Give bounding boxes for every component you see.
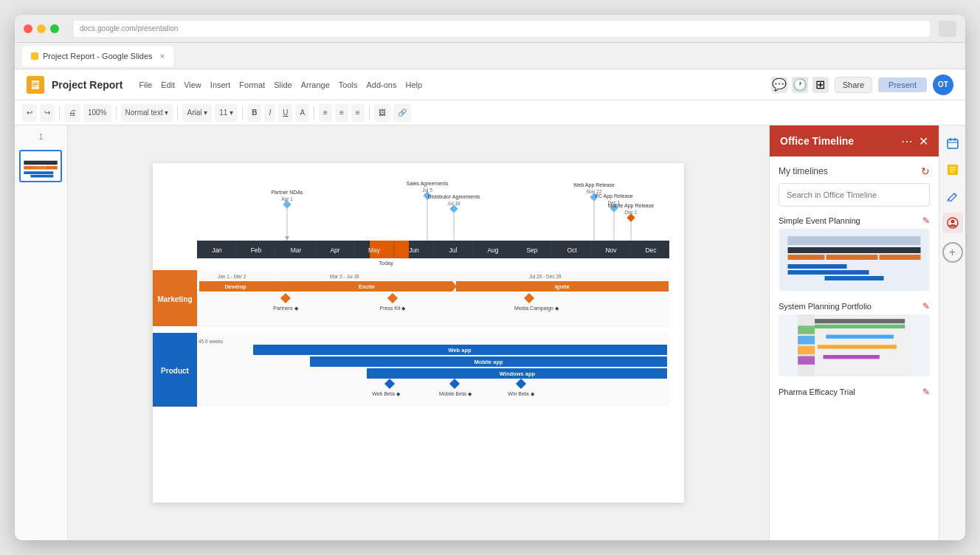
panel-title: Office Timeline <box>780 135 895 147</box>
maximize-button[interactable] <box>50 24 59 33</box>
svg-rect-115 <box>798 346 815 354</box>
toolbar-underline[interactable]: U <box>278 104 292 122</box>
menu-slide[interactable]: Slide <box>274 80 291 89</box>
menu-help[interactable]: Help <box>405 80 422 89</box>
comments-icon[interactable]: 💬 <box>771 77 787 93</box>
toolbar-font-size[interactable]: 11 ▾ <box>215 104 238 122</box>
calendar-icon[interactable] <box>942 133 963 154</box>
canvas-area: Partner NDAs Apr 1 Sales Agreements Jul … <box>68 125 769 540</box>
timeline-preview-1[interactable] <box>779 229 930 291</box>
timeline-preview-2[interactable] <box>779 314 930 376</box>
panel-menu-icon[interactable]: ⋯ <box>901 134 913 148</box>
share-button[interactable]: Share <box>835 77 872 93</box>
toolbar-redo[interactable]: ↪ <box>40 104 55 122</box>
svg-text:Jul: Jul <box>449 247 458 254</box>
user-circle-icon[interactable] <box>942 213 963 233</box>
right-panel: Office Timeline ⋯ ✕ My timelines ↻ Simpl… <box>769 125 939 540</box>
grid-icon[interactable]: ⊞ <box>812 77 829 93</box>
doc-title: Project Report <box>52 79 122 91</box>
toolbar-align-left[interactable]: ≡ <box>319 104 332 122</box>
toolbar-insert-image[interactable]: 🖼 <box>374 104 390 122</box>
svg-rect-105 <box>827 255 878 260</box>
slide-number: 1 <box>19 133 63 141</box>
present-button[interactable]: Present <box>878 77 927 92</box>
browser-tab[interactable]: Project Report - Google Slides × <box>22 46 173 66</box>
user-avatar[interactable]: OT <box>933 75 953 95</box>
slide-canvas: Partner NDAs Apr 1 Sales Agreements Jul … <box>153 163 684 503</box>
menu-view[interactable]: View <box>184 80 201 89</box>
toolbar-insert-link[interactable]: 🔗 <box>393 104 411 122</box>
panel-refresh-icon[interactable]: ↻ <box>921 165 930 177</box>
timeline-name-2: System Planning Portfolio <box>779 302 872 311</box>
timeline-svg: Partner NDAs Apr 1 Sales Agreements Jul … <box>153 163 684 503</box>
svg-text:Distributor Agreements: Distributor Agreements <box>427 194 480 200</box>
tab-favicon <box>31 52 38 60</box>
search-input[interactable] <box>779 183 930 207</box>
toolbar-font[interactable]: Arial ▾ <box>182 104 212 122</box>
svg-rect-120 <box>824 355 880 359</box>
svg-text:Today: Today <box>379 260 393 266</box>
svg-text:Sales Agreements: Sales Agreements <box>407 181 449 187</box>
toolbar-italic[interactable]: I <box>264 104 275 122</box>
close-button[interactable] <box>24 24 32 33</box>
svg-rect-104 <box>788 255 825 260</box>
timeline-edit-icon-3[interactable]: ✎ <box>922 387 930 397</box>
svg-text:Web app: Web app <box>448 347 472 354</box>
reload-button[interactable] <box>939 21 956 37</box>
toolbar-divider-1 <box>59 106 60 120</box>
toolbar-print[interactable]: 🖨 <box>64 104 80 122</box>
app-window: docs.google.com/presentation Project Rep… <box>15 15 965 540</box>
panel-header: Office Timeline ⋯ ✕ <box>770 125 939 156</box>
slide-thumb-preview <box>21 151 61 181</box>
toolbar-divider-6 <box>369 106 370 120</box>
sticky-note-icon[interactable] <box>942 159 963 180</box>
right-sidebar: + <box>939 125 965 540</box>
svg-text:Aug: Aug <box>487 247 498 254</box>
panel-close-icon[interactable]: ✕ <box>919 134 928 148</box>
toolbar-bold[interactable]: B <box>247 104 261 122</box>
toolbar-divider-4 <box>242 106 243 120</box>
minimize-button[interactable] <box>37 24 46 33</box>
menu-addons[interactable]: Add-ons <box>366 80 396 89</box>
timeline-card-1: Simple Event Planning ✎ <box>779 216 930 291</box>
toolbar-undo[interactable]: ↩ <box>22 104 37 122</box>
svg-text:Mar: Mar <box>291 247 302 254</box>
history-icon[interactable]: 🕐 <box>792 77 808 93</box>
svg-text:Dec: Dec <box>645 247 657 254</box>
svg-text:Mobile app: Mobile app <box>474 359 503 365</box>
header-icons: 💬 🕐 ⊞ <box>771 77 829 93</box>
menu-insert[interactable]: Insert <box>210 80 231 89</box>
menu-format[interactable]: Format <box>239 80 265 89</box>
address-bar[interactable]: docs.google.com/presentation <box>74 21 930 37</box>
svg-rect-10 <box>30 175 53 178</box>
menu-edit[interactable]: Edit <box>161 80 175 89</box>
svg-line-130 <box>954 193 956 196</box>
pencil-alt-icon[interactable] <box>942 186 963 207</box>
toolbar-text-style[interactable]: Normal text ▾ <box>121 104 173 122</box>
toolbar-align-right[interactable]: ≡ <box>351 104 365 122</box>
panel-section-title: My timelines ↻ <box>779 165 930 177</box>
timeline-edit-icon-1[interactable]: ✎ <box>922 216 930 226</box>
tab-label: Project Report - Google Slides <box>43 52 153 61</box>
add-addon-icon[interactable]: + <box>942 242 963 263</box>
menu-file[interactable]: File <box>139 80 152 89</box>
svg-rect-122 <box>948 139 958 148</box>
toolbar-color[interactable]: A <box>295 104 309 122</box>
svg-text:May: May <box>368 247 381 254</box>
toolbar-zoom[interactable]: 100% <box>83 104 111 122</box>
tab-close-icon[interactable]: × <box>160 52 165 61</box>
timeline-card-3: Pharma Efficacy Trial ✎ <box>779 387 930 397</box>
menu-tools[interactable]: Tools <box>339 80 358 89</box>
svg-rect-7 <box>33 166 45 170</box>
toolbar-align-center[interactable]: ≡ <box>335 104 348 122</box>
svg-rect-9 <box>24 171 53 174</box>
menu-arrange[interactable]: Arrange <box>301 80 330 89</box>
svg-rect-108 <box>788 270 869 275</box>
toolbar: ↩ ↪ 🖨 100% Normal text ▾ Arial ▾ 11 ▾ B … <box>15 100 965 125</box>
browser-toolbar: Project Report - Google Slides × <box>15 43 965 69</box>
titlebar: docs.google.com/presentation <box>15 15 965 43</box>
timeline-edit-icon-2[interactable]: ✎ <box>922 301 930 311</box>
timeline-card-header-3: Pharma Efficacy Trial ✎ <box>779 387 930 397</box>
slide-thumbnail[interactable] <box>19 150 62 182</box>
svg-text:Apr: Apr <box>330 247 339 254</box>
